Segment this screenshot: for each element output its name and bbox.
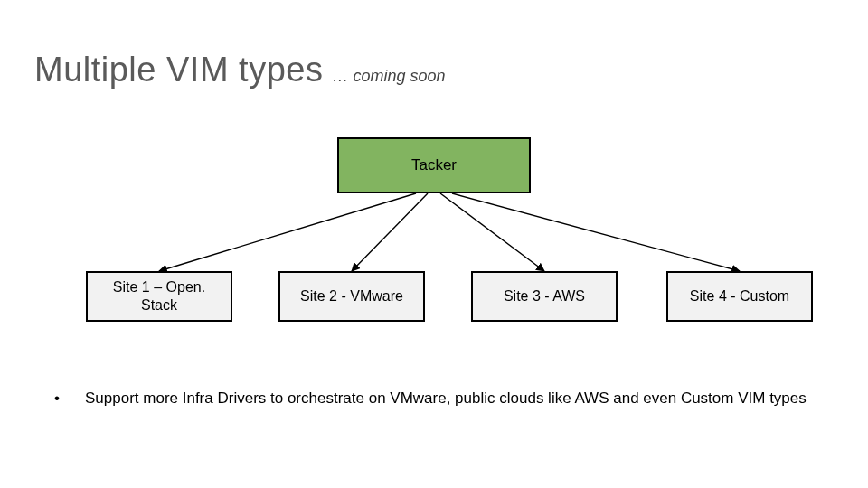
svg-line-0	[159, 193, 416, 271]
slide-subtitle: … coming soon	[332, 67, 445, 86]
site-label: Site 4 - Custom	[690, 287, 789, 305]
slide-title: Multiple VIM types	[34, 51, 323, 89]
site-label: Site 3 - AWS	[504, 287, 585, 305]
center-node-label: Tacker	[411, 156, 457, 174]
svg-line-2	[440, 193, 544, 271]
slide: Multiple VIM types … coming soon Tacker …	[0, 0, 868, 488]
bullet-list: • Support more Infra Drivers to orchestr…	[54, 388, 814, 409]
bullet-text: Support more Infra Drivers to orchestrat…	[85, 388, 807, 409]
site-label: Site 1 – Open. Stack	[93, 278, 225, 314]
site-box-3: Site 3 - AWS	[471, 271, 618, 322]
bullet-marker: •	[54, 388, 63, 409]
title-row: Multiple VIM types … coming soon	[34, 51, 446, 89]
svg-line-1	[352, 193, 428, 271]
site-label: Site 2 - VMware	[300, 287, 403, 305]
site-box-4: Site 4 - Custom	[666, 271, 813, 322]
site-box-1: Site 1 – Open. Stack	[86, 271, 232, 322]
svg-line-3	[452, 193, 740, 271]
center-node: Tacker	[337, 137, 531, 193]
bullet-item: • Support more Infra Drivers to orchestr…	[54, 388, 814, 409]
site-box-2: Site 2 - VMware	[278, 271, 425, 322]
